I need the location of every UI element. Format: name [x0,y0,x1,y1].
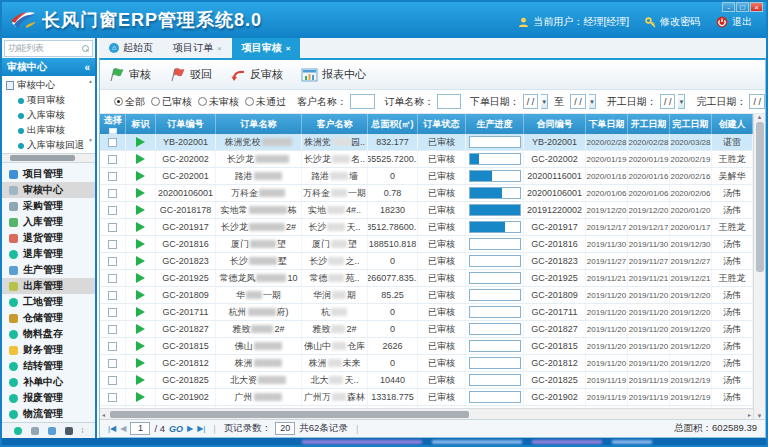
overflow-icon[interactable]: ⁞ [82,427,84,434]
table-row[interactable]: GC-201823长沙墅长沙之..0已审核GC-2018232019/11/27… [100,253,753,270]
row-checkbox[interactable] [108,155,117,164]
column-header-选择[interactable]: 选择 [100,114,126,134]
change-password-button[interactable]: 修改密码 [645,15,700,29]
clipboard-icon[interactable] [65,427,73,435]
next-page-button[interactable]: ▶ [187,424,193,433]
row-checkbox[interactable] [108,138,117,147]
order-date-from-input[interactable]: / / [523,94,539,109]
tree-item-入库审核回退[interactable]: 入库审核回退 [6,138,95,153]
column-header-订单编号[interactable]: 订单编号 [156,114,216,134]
close-button[interactable]: × [750,2,763,12]
table-row[interactable]: GC-201925常德龙凤10常德苑..266077.835..已审核GC-20… [100,270,753,287]
page-size-input[interactable]: 20 [275,422,295,435]
sidebar-item-项目管理[interactable]: 项目管理 [2,166,95,182]
logout-button[interactable]: 退出 [716,15,752,29]
table-row[interactable]: GC-201809华一期华润期85.25已审核GC-2018092019/11/… [100,287,753,304]
row-checkbox[interactable] [108,189,117,198]
reject-button[interactable]: 驳回 [169,67,212,82]
table-row[interactable]: GC-201816厦门望厦门望188510.818已审核GC-201816201… [100,236,753,253]
sidebar-item-工地管理[interactable]: 工地管理 [2,294,95,310]
sidebar-item-补单中心[interactable]: 补单中心 [2,374,95,390]
table-row[interactable]: YB-202001株洲党校株洲党园..832.177已审核YB-20200120… [100,134,753,151]
radio-未审核[interactable]: 未审核 [192,95,239,109]
row-checkbox[interactable] [108,206,117,215]
row-checkbox[interactable] [108,308,117,317]
sidebar-item-报废管理[interactable]: 报废管理 [2,390,95,406]
table-row[interactable]: GC-201711杭州府)杭0已审核GC-2017112019/11/20201… [100,304,753,321]
row-checkbox[interactable] [108,376,117,385]
horizontal-scrollbar[interactable]: ◂ ▸ [100,408,753,419]
sidebar-item-退库管理[interactable]: 退库管理 [2,246,95,262]
column-header-订单状态[interactable]: 订单状态 [418,114,466,134]
sidebar-item-物料盘存[interactable]: 物料盘存 [2,326,95,342]
column-header-客户名称[interactable]: 客户名称 [302,114,368,134]
sidebar-item-审核中心[interactable]: 审核中心 [2,182,95,198]
tab-project-orders[interactable]: 项目订单× [163,38,232,58]
table-row[interactable]: GC-202002长沙龙长沙龙名..65525.7200..已审核GC-2020… [100,151,753,168]
collapse-icon[interactable]: « [84,62,90,73]
sidebar-item-财务管理[interactable]: 财务管理 [2,342,95,358]
page-number-input[interactable]: 1 [130,422,150,435]
vertical-scrollbar[interactable]: ▲ ▼ [753,114,765,419]
tree-item-入库审核[interactable]: 入库审核 [6,108,95,123]
row-checkbox[interactable] [108,223,117,232]
pen-icon[interactable] [48,427,56,435]
sidebar-item-采购管理[interactable]: 采购管理 [2,198,95,214]
audit-button[interactable]: 审核 [108,67,151,82]
vertical-scroll-thumb[interactable] [756,122,764,272]
tree-vertical-scrollbar[interactable]: ▲▼ [87,78,94,143]
sidebar-item-物流管理[interactable]: 物流管理 [2,406,95,422]
sidebar-item-出库管理[interactable]: 出库管理 [2,278,95,294]
table-row[interactable]: GC-2018178实地常栋实地4#..18230已审核201912200022… [100,202,753,219]
chevron-down-icon[interactable]: ▼ [678,94,685,109]
column-header-订单名称[interactable]: 订单名称 [216,114,302,134]
radio-全部[interactable]: 全部 [108,95,145,109]
table-row[interactable]: GC-201827雅致2#雅致2#0已审核GC-2018272019/11/20… [100,321,753,338]
tab-close-icon[interactable]: × [286,44,291,53]
table-row[interactable]: GC-201815佛山佛山中仓库2626已审核GC-2018152019/11/… [100,338,753,355]
table-row[interactable]: GC-201917长沙龙2#长沙天..8512.78600..已审核GC-201… [100,219,753,236]
circle-icon[interactable] [14,427,22,435]
row-checkbox[interactable] [108,240,117,249]
tree-item-出库审核[interactable]: 出库审核 [6,123,95,138]
tree-horizontal-scrollbar[interactable] [2,154,95,163]
go-button[interactable]: GO [169,424,183,434]
table-row[interactable]: GC-201812株洲株洲未来0已审核GC-2018122019/11/2020… [100,355,753,372]
chevron-down-icon[interactable]: ▼ [541,94,548,109]
finish-date-input[interactable]: / / [749,94,765,109]
order-date-to-input[interactable]: / / [570,94,586,109]
sidebar-item-生产管理[interactable]: 生产管理 [2,262,95,278]
row-checkbox[interactable] [108,257,117,266]
row-checkbox[interactable] [108,342,117,351]
start-date-input[interactable]: / / [660,94,676,109]
table-row[interactable]: GC-201825北大资北大天..10440已审核GC-2018252019/1… [100,372,753,389]
horizontal-scroll-thumb[interactable] [110,411,469,418]
column-header-创建人[interactable]: 创建人 [712,114,753,134]
row-checkbox[interactable] [108,274,117,283]
tab-close-icon[interactable]: × [217,44,222,53]
table-row[interactable]: GC-202001路港路港墙0已审核202001160012020/01/162… [100,168,753,185]
last-page-button[interactable]: ▶| [197,424,205,433]
column-header-下单日期[interactable]: 下单日期 [586,114,628,134]
row-checkbox[interactable] [108,291,117,300]
column-header-生产进度[interactable]: 生产进度 [466,114,524,134]
customer-name-input[interactable] [350,94,375,109]
report-center-button[interactable]: 报表中心 [301,67,366,82]
minimize-button[interactable]: - [722,2,735,12]
tab-project-audit[interactable]: 项目审核× [232,38,301,58]
cart-icon[interactable] [31,427,39,435]
order-name-input[interactable] [437,94,461,109]
column-header-开工日期[interactable]: 开工日期 [628,114,670,134]
column-header-总面积(㎡)[interactable]: 总面积(㎡) [368,114,418,134]
first-page-button[interactable]: |◀ [108,424,116,433]
column-header-标识[interactable]: 标识 [126,114,156,134]
maximize-button[interactable]: □ [736,2,749,12]
column-header-合同编号[interactable]: 合同编号 [524,114,586,134]
row-checkbox[interactable] [108,359,117,368]
sidebar-item-结转管理[interactable]: 结转管理 [2,358,95,374]
row-checkbox[interactable] [108,172,117,181]
tab-home[interactable]: ⌂起始页 [99,38,163,58]
function-search-input[interactable]: 功能列表 [4,40,93,57]
row-checkbox[interactable] [108,393,117,402]
prev-page-button[interactable]: ◀ [120,424,126,433]
